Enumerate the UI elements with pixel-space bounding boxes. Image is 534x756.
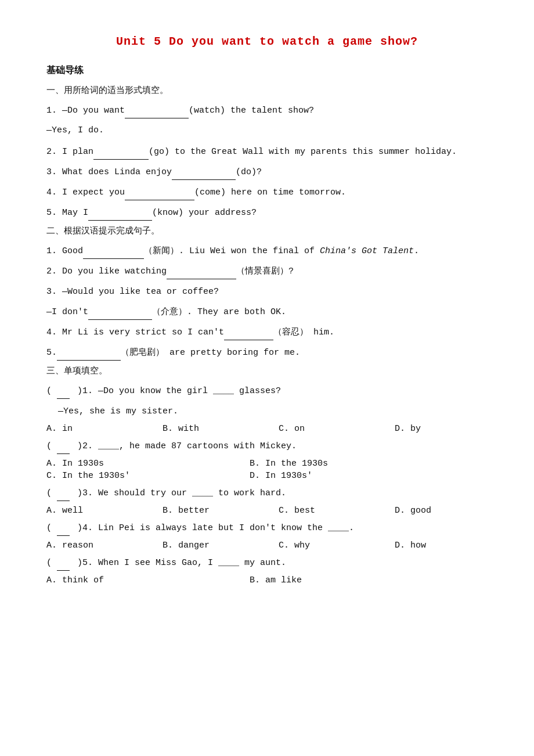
blank-2-5 bbox=[57, 360, 121, 361]
blank-1-4 bbox=[125, 200, 194, 200]
part3-q3-stem: ( )3. We should try our ____ to work har… bbox=[46, 485, 488, 501]
section-header-jichu: 基础导练 bbox=[46, 64, 488, 77]
part3-q1-options: A. in B. with C. on D. by bbox=[46, 424, 488, 434]
mc-bracket-2 bbox=[57, 453, 70, 454]
blank-1-3 bbox=[172, 179, 236, 180]
part3-q4-options: A. reason B. danger C. why D. how bbox=[46, 541, 488, 550]
blank-2-1 bbox=[83, 258, 144, 259]
option-3d: D. good bbox=[395, 506, 511, 516]
part1-q2: 2. I plan(go) to the Great Wall with my … bbox=[46, 144, 488, 160]
part3-q2-options-row1: A. In 1930s B. In the 1930s bbox=[46, 459, 488, 469]
blank-2-2 bbox=[167, 279, 236, 279]
blank-2-4 bbox=[224, 340, 273, 340]
part2-q4: 4. Mr Li is very strict so I can't（容忍） h… bbox=[46, 325, 488, 340]
option-2d: D. In 1930s' bbox=[250, 471, 453, 481]
option-2a: A. In 1930s bbox=[46, 459, 250, 469]
option-4c: C. why bbox=[279, 541, 395, 550]
option-3b: B. better bbox=[163, 506, 279, 516]
part2-q2: 2. Do you like watching（情景喜剧）? bbox=[46, 264, 488, 279]
mc-bracket-3 bbox=[57, 501, 70, 501]
option-3c: C. best bbox=[279, 506, 395, 516]
part1-q4: 4. I expect you(come) here on time tomor… bbox=[46, 185, 488, 200]
option-1d: D. by bbox=[395, 424, 511, 434]
part1-label: 一、用所给词的适当形式填空。 bbox=[46, 85, 488, 96]
part2-q5: 5.（肥皂剧） are pretty boring for me. bbox=[46, 345, 488, 361]
part1-q1-answer: —Yes, I do. bbox=[46, 123, 488, 138]
part2-q3-b: —I don't（介意）. They are both OK. bbox=[46, 304, 488, 320]
option-4a: A. reason bbox=[46, 541, 163, 550]
part3-q4-stem: ( )4. Lin Pei is always late but I don't… bbox=[46, 520, 488, 536]
part1-q1: 1. —Do you want(watch) the talent show? bbox=[46, 103, 488, 118]
option-4d: D. how bbox=[395, 541, 511, 550]
part3-q5-options: A. think of B. am like bbox=[46, 575, 488, 585]
part3-q1-extra: —Yes, she is my sister. bbox=[58, 404, 488, 419]
option-1c: C. on bbox=[279, 424, 395, 434]
part2-q1: 1. Good（新闻）. Liu Wei won the final of Ch… bbox=[46, 243, 488, 259]
blank-1-2 bbox=[93, 159, 149, 160]
part3-q5-stem: ( )5. When I see Miss Gao, I ____ my aun… bbox=[46, 555, 488, 571]
option-1b: B. with bbox=[163, 424, 279, 434]
italic-china-got-talent: China's Got Talent bbox=[320, 246, 414, 256]
option-2c: C. In the 1930s' bbox=[46, 471, 250, 481]
mc-bracket-5 bbox=[57, 570, 70, 571]
part3-q2-options-row2: C. In the 1930s' D. In 1930s' bbox=[46, 471, 488, 481]
part3-label: 三、单项填空。 bbox=[46, 365, 488, 376]
option-5b: B. am like bbox=[250, 575, 453, 585]
option-4b: B. danger bbox=[163, 541, 279, 550]
part3-q2-stem: ( )2. ____, he made 87 cartoons with Mic… bbox=[46, 438, 488, 454]
part3-q3-options: A. well B. better C. best D. good bbox=[46, 506, 488, 516]
mc-bracket-4 bbox=[57, 535, 70, 536]
blank-2-3 bbox=[88, 319, 152, 320]
option-1a: A. in bbox=[46, 424, 163, 434]
option-3a: A. well bbox=[46, 506, 163, 516]
part2-q3-a: 3. —Would you like tea or coffee? bbox=[46, 284, 488, 300]
option-5a: A. think of bbox=[46, 575, 250, 585]
page-title: Unit 5 Do you want to watch a game show? bbox=[46, 35, 488, 48]
part2-label: 二、根据汉语提示完成句子。 bbox=[46, 225, 488, 236]
part1-q5: 5. May I(know) your address? bbox=[46, 205, 488, 221]
part1-q3: 3. What does Linda enjoy(do)? bbox=[46, 164, 488, 180]
blank-1-1 bbox=[125, 118, 189, 118]
part3-q1-stem: ( )1. —Do you know the girl ____ glasses… bbox=[46, 383, 488, 399]
blank-1-5 bbox=[88, 220, 152, 221]
mc-bracket-1 bbox=[57, 398, 70, 399]
option-2b: B. In the 1930s bbox=[250, 459, 453, 469]
